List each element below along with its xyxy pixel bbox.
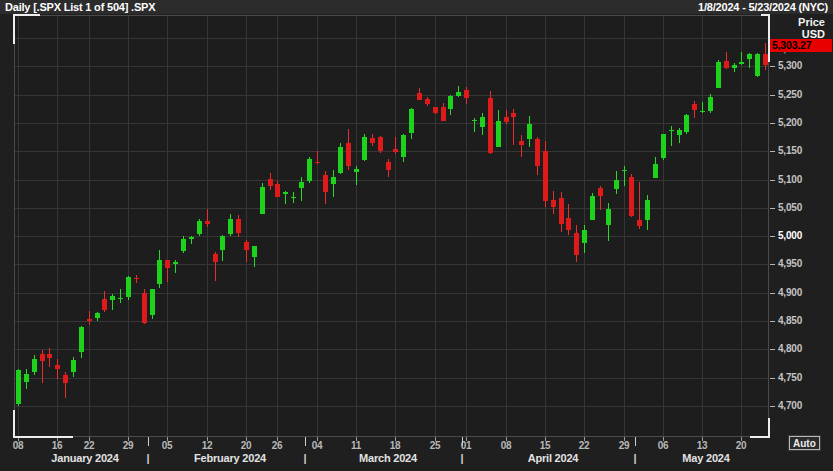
month-separator: | <box>303 452 306 464</box>
candle-body-down <box>543 151 548 201</box>
price-axis-tick <box>770 180 775 181</box>
candle-body-down <box>142 293 147 323</box>
gridline-horizontal <box>15 180 768 181</box>
candle-body-up <box>16 370 21 404</box>
price-axis-title-line1: Price <box>798 16 825 28</box>
candle-body-up <box>606 209 611 225</box>
candle-body-up <box>614 180 619 189</box>
candle-body-up <box>739 62 744 64</box>
day-label: 20 <box>241 440 252 451</box>
candlestick-canvas[interactable] <box>14 15 769 437</box>
day-label: 22 <box>84 440 95 451</box>
gridline-vertical <box>741 16 742 436</box>
candle-body-up <box>645 200 650 220</box>
gridline-horizontal <box>15 151 768 152</box>
plot-corner-bracket <box>768 418 770 438</box>
price-axis-label: 4,700 <box>778 400 802 412</box>
day-label: 26 <box>272 440 283 451</box>
candle-body-down <box>433 107 438 113</box>
candle-body-down <box>535 139 540 166</box>
candle-body-up <box>24 374 29 382</box>
time-axis[interactable]: 0816222905122026041118250108152229061320… <box>0 437 833 471</box>
gridline-vertical <box>624 16 625 436</box>
candle-body-up <box>669 130 674 131</box>
candle-body-up <box>708 97 713 111</box>
price-axis-title: Price USD <box>798 16 825 40</box>
candle-body-down <box>393 149 398 152</box>
candle-body-up <box>32 359 37 372</box>
candle-body-up <box>197 221 202 234</box>
month-separator: | <box>460 452 463 464</box>
candle-body-up <box>331 177 336 184</box>
chart-title: Daily [.SPX List 1 of 504] .SPX <box>5 1 155 13</box>
gridline-horizontal <box>15 38 768 39</box>
month-label: January 2024 <box>51 452 118 464</box>
candle-body-down <box>55 365 60 369</box>
candle-body-up <box>79 327 84 352</box>
candle-body-up <box>527 124 532 139</box>
plot-corner-bracket <box>13 436 73 438</box>
gridline-horizontal <box>15 208 768 209</box>
candle-body-up <box>157 260 162 284</box>
price-axis-tick <box>770 349 775 350</box>
price-axis-tick <box>770 151 775 152</box>
chart-plot-area[interactable] <box>14 15 769 437</box>
candle-body-down <box>637 220 642 226</box>
candle-body-up <box>362 137 367 160</box>
candle-body-up <box>622 170 627 171</box>
candle-wick <box>356 166 357 185</box>
price-axis[interactable]: Price USD 5,303.27 5,3505,3005,2505,2005… <box>769 15 833 437</box>
price-axis-tick <box>770 293 775 294</box>
gridline-vertical <box>167 16 168 436</box>
price-axis-label: 4,750 <box>778 372 802 384</box>
candle-body-down <box>441 107 446 121</box>
gridline-vertical <box>246 16 247 436</box>
price-axis-label: 5,050 <box>778 202 802 214</box>
candle-body-up <box>220 236 225 250</box>
chart-window: Daily [.SPX List 1 of 504] .SPX 1/8/2024… <box>0 0 833 471</box>
gridline-vertical <box>545 16 546 436</box>
month-boundary-tick <box>305 437 306 446</box>
candle-body-up <box>496 121 501 147</box>
candle-body-down <box>488 98 493 153</box>
price-axis-tick <box>770 208 775 209</box>
candle-body-down <box>378 137 383 151</box>
candle-body-down <box>213 254 218 262</box>
candle-body-up <box>677 130 682 135</box>
auto-scale-button[interactable]: Auto <box>789 436 820 450</box>
candle-body-up <box>118 298 123 299</box>
day-label: 20 <box>736 440 747 451</box>
candle-body-down <box>275 184 280 197</box>
candle-body-up <box>252 246 257 257</box>
day-label: 06 <box>658 440 669 451</box>
candle-body-up <box>448 96 453 109</box>
candle-body-up <box>732 65 737 68</box>
candle-body-down <box>370 138 375 143</box>
candle-wick <box>207 209 208 227</box>
gridline-horizontal <box>15 349 768 350</box>
candle-body-up <box>126 277 131 297</box>
candle-body-up <box>582 230 587 243</box>
day-label: 25 <box>430 440 441 451</box>
price-axis-label: 4,950 <box>778 258 802 270</box>
gridline-vertical <box>702 16 703 436</box>
candle-body-up <box>338 147 343 173</box>
candle-body-down <box>574 233 579 255</box>
candle-body-up <box>354 169 359 172</box>
gridline-horizontal <box>15 123 768 124</box>
candle-body-up <box>700 111 705 112</box>
candle-body-down <box>464 90 469 98</box>
day-label: 12 <box>202 440 213 451</box>
candle-body-up <box>299 182 304 188</box>
candle-wick <box>671 126 672 146</box>
gridline-horizontal <box>15 66 768 67</box>
price-axis-label: 5,250 <box>778 89 802 101</box>
candle-wick <box>301 177 302 201</box>
day-label: 05 <box>162 440 173 451</box>
day-label: 22 <box>579 440 590 451</box>
month-label: March 2024 <box>359 452 417 464</box>
candle-body-down <box>268 179 273 186</box>
day-label: 04 <box>312 440 323 451</box>
plot-corner-bracket <box>13 14 15 44</box>
candle-body-down <box>134 278 139 279</box>
